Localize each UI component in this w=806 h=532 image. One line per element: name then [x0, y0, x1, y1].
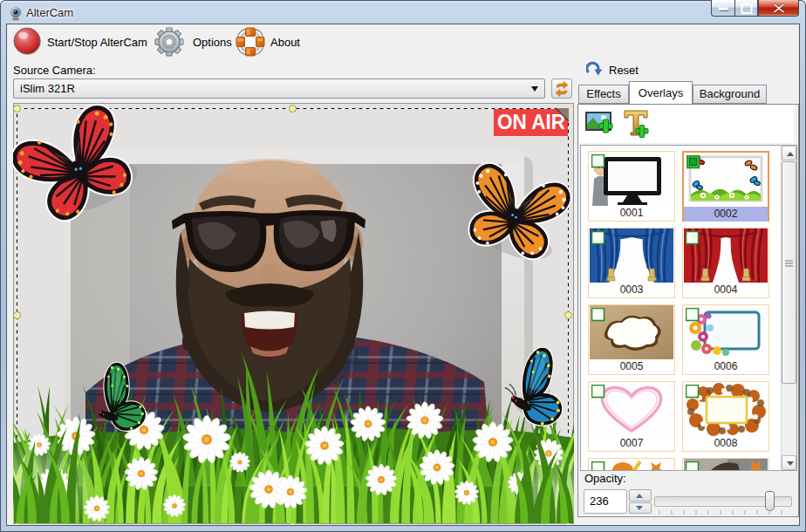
- svg-text:ON AIR: ON AIR: [497, 110, 565, 133]
